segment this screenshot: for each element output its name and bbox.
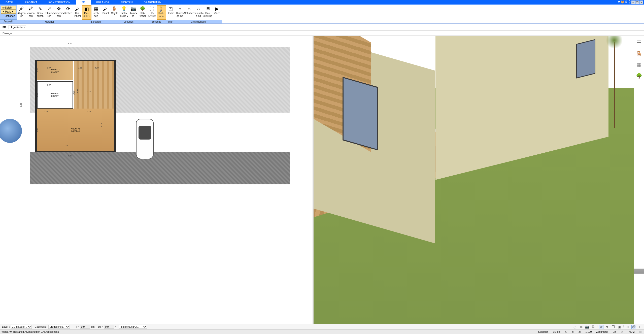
- grid-icon[interactable]: ⊞: [625, 325, 630, 329]
- pinsel-button[interactable]: 🖌Pinsel: [101, 5, 110, 20]
- ribbon: ▭Selekt✔Mark. ▾＋OptionenAuswahl🖉Abgrei- …: [0, 5, 644, 24]
- objekt-button[interactable]: 🪑Objekt: [110, 5, 119, 20]
- dim: 1.98: [77, 89, 79, 93]
- dim: 4.12: [100, 123, 103, 127]
- mark-icon: ✔: [2, 10, 5, 13]
- tree: [614, 42, 615, 128]
- flaeche-icon: ◰: [167, 6, 174, 12]
- menu-tab-bearbeiten[interactable]: BEARBEITEN: [138, 0, 167, 5]
- 3d-viewport[interactable]: [314, 36, 634, 324]
- selekt-button[interactable]: ▭Selekt: [1, 6, 16, 10]
- geschoss-label: Geschoss :: [35, 325, 47, 328]
- abgreifen-button[interactable]: 🖉Abgrei- fen: [17, 5, 26, 20]
- hintergrund-button[interactable]: ⌂Hinter- grund: [175, 5, 185, 20]
- dim: 3.57: [87, 110, 91, 113]
- dim: 1.80: [36, 68, 38, 72]
- selekt-icon: ▭: [2, 6, 5, 9]
- room-78[interactable]: Raum 78 26,75 m²: [37, 109, 114, 151]
- printer2-icon[interactable]: 🖶: [591, 325, 595, 329]
- 3d-schnitt-icon: ⛶: [149, 6, 155, 12]
- video-button[interactable]: ▶Video: [213, 5, 222, 20]
- ribbon-group-schatten: ◧Dar- stellen▦Rech- nen🖌PinselSchatten: [82, 5, 110, 23]
- minimize-button[interactable]: –: [631, 1, 635, 4]
- l-input[interactable]: [80, 325, 90, 329]
- menu-tab-3d[interactable]: 3D: [76, 0, 91, 5]
- basket-icon[interactable]: 🧺: [621, 0, 624, 4]
- layers2-icon[interactable]: ❖: [605, 325, 609, 329]
- layers-icon[interactable]: ☰: [636, 39, 642, 46]
- status-uf: UF: [621, 330, 624, 333]
- bearbeiten-button[interactable]: ✎Bear- beiten: [36, 5, 45, 20]
- dim: 3.67: [47, 84, 51, 86]
- floorplan-viewport[interactable]: 8.10 9.00 Raum 77 6,44 m² Raum 81 0,00 m…: [0, 36, 314, 324]
- lichtquelle-button[interactable]: 💡Licht- quelle ▾: [119, 5, 129, 20]
- dim: 3.67: [47, 67, 51, 69]
- palette-icon[interactable]: ▦: [636, 61, 642, 68]
- darstellen-button[interactable]: ◧Dar- stellen: [82, 5, 91, 20]
- phi-input[interactable]: [104, 325, 114, 329]
- geschoss-select[interactable]: Erdgeschos…: [48, 325, 70, 329]
- window-large: [343, 77, 378, 150]
- chair-icon[interactable]: 🪑: [636, 50, 642, 57]
- drehen-button[interactable]: ⟳Drehen: [63, 5, 73, 20]
- objekt-icon: 🪑: [112, 6, 118, 12]
- status-z: Z:: [579, 330, 581, 333]
- room-77[interactable]: Raum 77 6,44 m²: [37, 61, 73, 80]
- menu-tab-datei[interactable]: DATEI: [0, 0, 19, 5]
- dim-outer-w: 8.10: [68, 42, 72, 45]
- close-button[interactable]: ✕: [639, 1, 643, 4]
- rechnen-button[interactable]: ▦Rech- nen: [91, 5, 101, 20]
- box-icon[interactable]: ▣: [617, 325, 622, 329]
- ribbon-group-label: Einstellungen: [175, 20, 222, 23]
- ribbon-group-label: Schatten: [82, 20, 110, 23]
- status-x: X:: [565, 330, 567, 333]
- layer-select[interactable]: 01_ug,eg,o…: [11, 325, 32, 329]
- info-icon[interactable]: i: [637, 325, 642, 329]
- schatten-icon: ⌂: [186, 6, 192, 12]
- car[interactable]: [136, 119, 154, 159]
- dl-select[interactable]: dl (Richtung/Di…: [119, 325, 147, 329]
- screen-icon[interactable]: ▭: [579, 325, 583, 329]
- skalieren-button[interactable]: ⤢Skalie- ren: [45, 5, 54, 20]
- status-sel-ratio: 1:1 sel: [553, 330, 560, 333]
- tree-icon[interactable]: 🌳: [636, 73, 642, 79]
- menu-tab-sichten[interactable]: SICHTEN: [115, 0, 138, 5]
- room-81[interactable]: Raum 81 0,00 m²: [37, 81, 73, 109]
- kamera-button[interactable]: 📷Kame- ra: [129, 5, 138, 20]
- window-small: [576, 39, 595, 78]
- 3d-bitmap-button[interactable]: 🌳3D- Bitmap: [138, 5, 147, 20]
- maximize-button[interactable]: ❐: [635, 1, 639, 4]
- pool[interactable]: [0, 119, 22, 143]
- hin-pinsel-icon: 🖌: [74, 6, 80, 12]
- mark-button[interactable]: ✔Mark. ▾: [1, 10, 16, 14]
- flaeche-button[interactable]: ◰Fläche: [166, 5, 175, 20]
- help-icon[interactable]: ❔: [628, 0, 631, 4]
- kollision-button[interactable]: 🚶Kolli- sion: [157, 5, 166, 20]
- verschieben-button[interactable]: ✥Verschie- ben: [54, 5, 63, 20]
- l-label: l =: [76, 325, 79, 328]
- menu-tab-projekt[interactable]: PROJEKT: [19, 0, 43, 5]
- zuweisen-icon: 🖍: [28, 6, 34, 12]
- clock-icon[interactable]: ◷: [573, 325, 577, 329]
- hin-pinsel-button[interactable]: 🖌Hin. Pinsel: [73, 5, 82, 20]
- status-unit: Zentimeter: [596, 330, 608, 333]
- menu-tab-konstruktion[interactable]: KONSTRUKTION: [43, 0, 76, 5]
- beleuchtung-button[interactable]: ⌂Beleuch- tung: [194, 5, 203, 20]
- optionen-icon: ＋: [2, 14, 4, 18]
- schatten-button[interactable]: ⌂Schatten: [185, 5, 194, 20]
- north-icon[interactable]: Ⓝ: [631, 325, 636, 329]
- zuweisen-button[interactable]: 🖍Zuwei- sen: [26, 5, 36, 20]
- select2-icon[interactable]: ▱: [599, 325, 603, 329]
- layer-dropdown[interactable]: Urgelände ▾: [9, 25, 26, 29]
- view-mode-label: 3D: [3, 26, 6, 29]
- menu-tab-gelände[interactable]: GELÄNDE: [91, 0, 115, 5]
- 3d-bitmap-icon: 🌳: [140, 6, 146, 12]
- side-grip[interactable]: [634, 269, 644, 274]
- stack-icon[interactable]: ❒: [611, 325, 616, 329]
- camera2-icon[interactable]: 📷: [585, 325, 589, 329]
- wrench-icon[interactable]: 🛠: [617, 0, 621, 4]
- optionen-button[interactable]: ＋Optionen: [1, 14, 16, 18]
- printer-icon[interactable]: 🖶: [624, 0, 628, 4]
- darstellung-button[interactable]: 🖥Dar- stellung: [203, 5, 213, 20]
- dim: 1.00: [78, 67, 82, 69]
